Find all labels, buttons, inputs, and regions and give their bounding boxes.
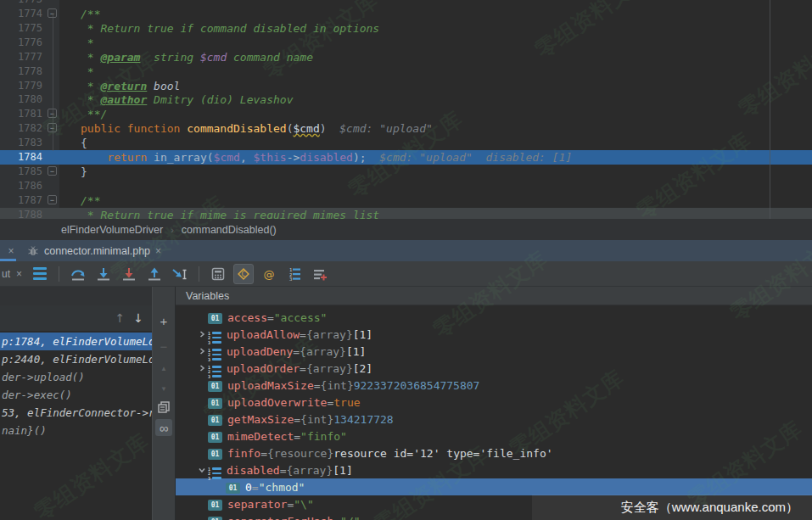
breadcrumb-item-method[interactable]: commandDisabled() [182, 224, 277, 236]
line-number[interactable]: 1775 [18, 22, 42, 34]
gutter-cell[interactable]: 1783 [0, 136, 59, 150]
previous-frame-icon[interactable]: ↑ [115, 312, 126, 324]
code-line-1781[interactable]: 1781− **/ [0, 107, 812, 121]
line-number[interactable]: 1782 [18, 122, 42, 134]
chevron-down-icon[interactable] [196, 464, 208, 476]
code-line-1786[interactable]: 1786 [0, 179, 812, 193]
frame-row[interactable]: 53, elFinderConnector->run() [0, 404, 152, 422]
code-editor[interactable]: 17731774−/**1775 * Return true if comman… [0, 0, 812, 219]
line-number[interactable]: 1780 [18, 93, 42, 105]
toggle-constants-button[interactable]: C [233, 264, 254, 284]
force-step-into-button[interactable] [119, 264, 139, 284]
copy-button[interactable] [155, 399, 172, 416]
menu-button[interactable] [30, 264, 50, 284]
line-number[interactable]: 1778 [18, 65, 42, 77]
var-row-access[interactable]: 01access = "access" [176, 309, 812, 326]
close-icon[interactable]: × [16, 269, 22, 279]
line-number[interactable]: 1779 [18, 80, 42, 92]
gutter-cell[interactable]: 1785− [0, 165, 59, 179]
line-number[interactable]: 1788 [18, 209, 42, 219]
var-row-disabled[interactable]: 123disabled = {array} [1] [176, 461, 812, 478]
tab-connector-minimal-php[interactable]: connector.minimal.php × [22, 240, 168, 261]
frame-row[interactable]: nain}() [0, 422, 152, 439]
frame-row[interactable]: p:1784, elFinderVolumeLocalFil [0, 333, 152, 350]
frames-panel[interactable]: ↑ ↓ p:1784, elFinderVolumeLocalFilp:2440… [0, 287, 152, 520]
gutter-cell[interactable]: 1773 [0, 0, 59, 7]
move-up-button[interactable]: ▲ [155, 360, 172, 377]
step-over-button[interactable] [68, 264, 88, 284]
gutter-cell[interactable]: 1776 [0, 36, 59, 50]
chevron-right-icon[interactable] [196, 362, 208, 374]
var-row-getMaxSize[interactable]: 01getMaxSize = {int} 134217728 [176, 411, 812, 428]
code-line-1787[interactable]: 1787−/** [0, 193, 812, 208]
close-icon[interactable]: × [155, 246, 161, 256]
var-row-0[interactable]: 010 = "chmod" [176, 478, 812, 495]
line-number[interactable]: 1785 [18, 165, 42, 177]
code-line-1784[interactable]: 1784 return in_array($cmd, $this->disabl… [0, 150, 812, 165]
code-line-1780[interactable]: 1780 * @author Dmitry (dio) Levashov [0, 92, 812, 107]
show-watches-button[interactable]: ∞ [155, 419, 172, 436]
gutter-cell[interactable]: 1778 [0, 64, 59, 79]
code-line-1778[interactable]: 1778 * [0, 64, 812, 79]
line-number[interactable]: 1784 [18, 151, 42, 163]
gutter-cell[interactable]: 1774− [0, 7, 59, 21]
fold-marker-icon[interactable]: − [48, 166, 57, 176]
add-watch-button[interactable]: + [155, 312, 172, 329]
line-number[interactable]: 1787 [18, 194, 42, 206]
line-number[interactable]: 1786 [18, 180, 42, 192]
code-line-1776[interactable]: 1776 * [0, 36, 812, 50]
gutter-cell[interactable]: 1777 [0, 50, 59, 64]
chevron-right-icon[interactable] [196, 328, 208, 340]
breadcrumb-item-class[interactable]: elFinderVolumeDriver [61, 224, 163, 236]
var-row-uploadMaxSize[interactable]: 01uploadMaxSize = {int} 9223372036854775… [176, 377, 812, 394]
code-line-1788[interactable]: 1788 * Return true if mime is required m… [0, 208, 812, 219]
frame-row[interactable]: der->exec() [0, 386, 152, 404]
gutter-cell[interactable]: 1782− [0, 121, 59, 136]
at-symbol-button[interactable]: @ [259, 264, 279, 284]
move-down-button[interactable]: ▼ [155, 380, 172, 397]
code-line-1785[interactable]: 1785−} [0, 165, 812, 179]
run-to-cursor-button[interactable] [170, 264, 190, 284]
var-row-mimeDetect[interactable]: 01mimeDetect = "finfo" [176, 428, 812, 445]
gutter-cell[interactable]: 1787− [0, 193, 59, 208]
chevron-right-icon[interactable] [196, 345, 208, 357]
gutter-cell[interactable]: 1784 [0, 150, 59, 165]
toolwindow-tab-stub[interactable]: ut × [0, 268, 27, 280]
remove-watch-button[interactable]: − [155, 338, 172, 355]
line-number[interactable]: 1777 [18, 51, 42, 63]
variables-panel[interactable]: Variables 01access = "access"123uploadAl… [176, 287, 812, 520]
var-row-uploadOverwrite[interactable]: 01uploadOverwrite = true [176, 394, 812, 411]
frame-row[interactable]: p:2440, elFinderVolumeLocalFil [0, 350, 152, 368]
gutter-cell[interactable]: 1775 [0, 21, 59, 36]
close-icon[interactable]: × [8, 246, 14, 256]
line-number[interactable]: 1776 [18, 36, 42, 48]
gutter-cell[interactable]: 1788 [0, 208, 59, 219]
gutter-cell[interactable]: 1779 [0, 79, 59, 93]
evaluate-expression-button[interactable] [208, 264, 228, 284]
code-line-1779[interactable]: 1779 * @return bool [0, 79, 812, 93]
fold-marker-icon[interactable]: − [48, 195, 57, 204]
frame-row[interactable]: der->upload() [0, 368, 152, 386]
code-line-1775[interactable]: 1775 * Return true if command disabled i… [0, 21, 812, 36]
gutter-cell[interactable]: 1780 [0, 92, 59, 107]
numbered-list-button[interactable]: 123 [284, 264, 305, 284]
code-line-1777[interactable]: 1777 * @param string $cmd command name [0, 50, 812, 64]
hidden-tab-stub[interactable]: × [0, 240, 22, 261]
var-row-uploadDeny[interactable]: 123uploadDeny = {array} [1] [176, 343, 812, 360]
line-number[interactable]: 1783 [18, 137, 42, 148]
gutter-cell[interactable]: 1781− [0, 107, 59, 121]
step-out-button[interactable] [144, 264, 165, 284]
var-row-uploadOrder[interactable]: 123uploadOrder = {array} [2] [176, 360, 812, 377]
code-line-1774[interactable]: 1774−/** [0, 7, 812, 21]
code-line-1782[interactable]: 1782−public function commandDisabled($cm… [0, 121, 812, 136]
line-number[interactable]: 1773 [18, 0, 42, 5]
code-line-1783[interactable]: 1783{ [0, 136, 812, 150]
var-row-finfo[interactable]: 01finfo = {resource} resource id='12' ty… [176, 445, 812, 461]
step-into-button[interactable] [93, 264, 114, 284]
line-number[interactable]: 1774 [18, 8, 42, 20]
add-to-watches-button[interactable] [310, 264, 330, 284]
code-line-1773[interactable]: 1773 [0, 0, 812, 7]
var-row-uploadAllow[interactable]: 123uploadAllow = {array} [1] [176, 326, 812, 343]
next-frame-icon[interactable]: ↓ [133, 312, 143, 324]
line-number[interactable]: 1781 [18, 108, 42, 120]
